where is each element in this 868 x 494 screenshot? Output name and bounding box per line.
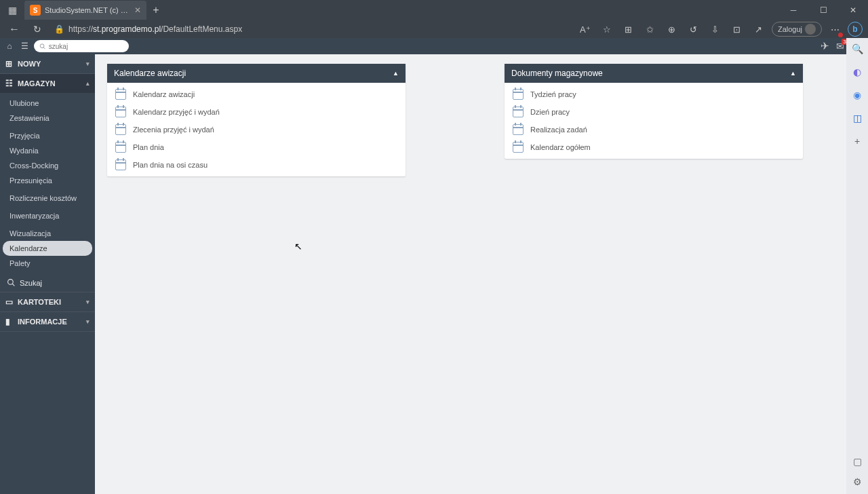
app-top-bar: ⌂ ☰ ✈ ✉3 👤 — [0, 38, 868, 54]
chevron-down-icon: ▾ — [86, 299, 90, 305]
minimize-button[interactable]: ─ — [778, 0, 808, 20]
collapse-icon[interactable]: ▲ — [393, 70, 399, 77]
panel-item[interactable]: Kalendarz ogółem — [505, 138, 803, 156]
plane-icon[interactable]: ✈ — [821, 40, 829, 52]
extensions-icon[interactable]: ⊞ — [620, 20, 637, 38]
login-pill[interactable]: Zaloguj — [772, 22, 822, 37]
favorite-icon[interactable]: ☆ — [598, 20, 616, 38]
tab-actions-icon[interactable]: ▦ — [3, 1, 22, 20]
tab-favicon-icon: S — [30, 5, 41, 16]
sidebar-item-kalendarze[interactable]: Kalendarze — [3, 241, 92, 256]
panel-item-label: Tydzień pracy — [530, 90, 576, 98]
home-icon[interactable]: ⌂ — [4, 41, 15, 51]
panel-item-label: Kalendarz ogółem — [530, 143, 591, 151]
edge-search-icon[interactable]: 🔍 — [850, 42, 864, 56]
panel-item-label: Realizacja zadań — [530, 126, 587, 134]
edge-outlook-icon[interactable]: ◫ — [850, 111, 864, 125]
panel-item[interactable]: Zlecenia przyjęć i wydań — [107, 121, 406, 138]
share-icon[interactable]: ↗ — [750, 20, 768, 38]
panel-header[interactable]: Kalendarze awizacji ▲ — [107, 64, 406, 83]
more-icon[interactable]: ⋯ — [826, 20, 844, 38]
panel-item[interactable]: Plan dnia na osi czasu — [107, 156, 406, 174]
calendar-icon — [513, 89, 524, 100]
svg-point-2 — [8, 280, 14, 285]
nav-label: NOWY — [18, 60, 41, 68]
favorites-bar-icon[interactable]: ✩ — [642, 20, 659, 38]
sidebar-item-zestawienia[interactable]: Zestawienia — [3, 111, 92, 126]
panel-item[interactable]: Tydzień pracy — [505, 86, 803, 103]
sidebar-item-palety[interactable]: Palety — [3, 256, 92, 271]
nav-search-label: Szukaj — [20, 279, 42, 287]
url-text: https://st.programdemo.pl/DefaultLeftMen… — [68, 24, 242, 34]
edge-panel-icon[interactable]: ▢ — [850, 455, 864, 468]
panel-header[interactable]: Dokumenty magazynowe ▲ — [505, 64, 803, 83]
history-icon[interactable]: ↺ — [685, 20, 703, 38]
toolbar-right: A⁺ ☆ ⊞ ✩ ⊕ ↺ ⇩ ⊡ ↗ Zaloguj ⋯ b — [576, 20, 863, 38]
calendar-icon — [115, 89, 126, 100]
panel-item[interactable]: Dzień pracy — [505, 103, 803, 121]
nav-magazyn[interactable]: ☷ MAGAZYN ▴ — [0, 74, 95, 93]
collections-icon[interactable]: ⊕ — [663, 20, 681, 38]
calendar-icon — [115, 124, 126, 135]
url-field[interactable]: 🔒 https://st.programdemo.pl/DefaultLeftM… — [52, 24, 571, 34]
edge-tool1-icon[interactable]: ◐ — [850, 65, 864, 79]
collapse-icon[interactable]: ▲ — [790, 70, 796, 77]
sidebar-item-inwentaryzacja[interactable]: Inwentaryzacja — [3, 208, 92, 223]
sidebar-item-rozliczenie[interactable]: Rozliczenie kosztów — [3, 191, 92, 206]
address-bar: ← ↻ 🔒 https://st.programdemo.pl/DefaultL… — [0, 20, 868, 38]
nav-label: KARTOTEKI — [18, 298, 61, 306]
new-tab-button[interactable]: + — [146, 4, 165, 16]
search-input[interactable] — [49, 43, 123, 50]
sidebar-item-przyjecia[interactable]: Przyjęcia — [3, 128, 92, 143]
panel-item-label: Kalendarz przyjęć i wydań — [133, 108, 220, 116]
sidebar-item-wizualizacja[interactable]: Wizualizacja — [3, 226, 92, 241]
browser-tab[interactable]: S StudioSystem.NET (c) SoftwareS... ✕ — [24, 1, 146, 20]
downloads-icon[interactable]: ⇩ — [707, 20, 724, 38]
panel-title: Kalendarze awizacji — [114, 69, 186, 78]
bing-icon[interactable]: b — [848, 22, 863, 37]
tab-strip: ▦ S StudioSystem.NET (c) SoftwareS... ✕ … — [0, 0, 868, 20]
app-search[interactable] — [34, 40, 129, 52]
panel-item[interactable]: Kalendarz przyjęć i wydań — [107, 103, 406, 121]
read-aloud-icon[interactable]: A⁺ — [576, 20, 594, 38]
plus-box-icon: ⊞ — [5, 59, 18, 69]
sidebar-item-przesuniecia[interactable]: Przesunięcia — [3, 173, 92, 188]
lock-icon: 🔒 — [54, 24, 64, 34]
sidebar-item-cross-docking[interactable]: Cross-Docking — [3, 158, 92, 173]
edge-settings-icon[interactable]: ⚙ — [850, 475, 864, 489]
tab-title: StudioSystem.NET (c) SoftwareS... — [45, 6, 130, 14]
panel-item-label: Plan dnia na osi czasu — [133, 161, 208, 169]
back-button[interactable]: ← — [5, 20, 23, 38]
envelope-icon[interactable]: ✉3 — [836, 41, 844, 52]
edge-sidebar: 🔍 ◐ ◉ ◫ + ▢ ⚙ — [846, 38, 868, 494]
close-window-button[interactable]: ✕ — [838, 0, 868, 20]
panel-item-label: Plan dnia — [133, 143, 164, 151]
refresh-button[interactable]: ↻ — [28, 20, 46, 38]
panel-item[interactable]: Kalendarz awizacji — [107, 86, 406, 103]
card-icon: ▭ — [5, 297, 18, 307]
nav-magazyn-section: ☷ MAGAZYN ▴ Ulubione Zestawienia Przyjęc… — [0, 74, 95, 292]
calendar-icon — [115, 107, 126, 117]
sidebar-search[interactable]: Szukaj — [0, 273, 95, 292]
panel-item[interactable]: Plan dnia — [107, 138, 406, 156]
nav-informacje[interactable]: ▮ INFORMACJE ▾ — [0, 312, 95, 331]
browser-chrome: ▦ S StudioSystem.NET (c) SoftwareS... ✕ … — [0, 0, 868, 38]
panel-item[interactable]: Realizacja zadań — [505, 121, 803, 138]
svg-line-3 — [12, 284, 14, 286]
maximize-button[interactable]: ☐ — [808, 0, 838, 20]
menu-toggle-icon[interactable]: ☰ — [19, 41, 30, 51]
warehouse-icon: ☷ — [5, 79, 18, 88]
edge-tool2-icon[interactable]: ◉ — [850, 88, 864, 102]
chevron-up-icon: ▴ — [86, 80, 90, 87]
edge-add-icon[interactable]: + — [850, 134, 864, 148]
panel-item-label: Kalendarz awizacji — [133, 90, 195, 98]
search-icon — [7, 278, 16, 287]
sidebar-item-ulubione[interactable]: Ulubione — [3, 96, 92, 111]
nav-nowy[interactable]: ⊞ NOWY ▾ — [0, 54, 95, 73]
panel-kalendarze-awizacji: Kalendarze awizacji ▲ Kalendarz awizacji… — [107, 64, 406, 176]
sidebar-item-wydania[interactable]: Wydania — [3, 143, 92, 158]
close-icon[interactable]: ✕ — [134, 5, 141, 15]
nav-kartoteki[interactable]: ▭ KARTOTEKI ▾ — [0, 292, 95, 311]
apps-icon[interactable]: ⊡ — [728, 20, 746, 38]
document-icon: ▮ — [5, 317, 18, 326]
